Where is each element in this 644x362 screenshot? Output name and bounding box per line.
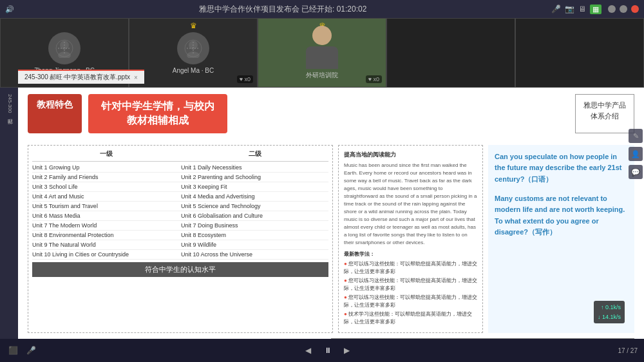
slide-header: 教程特色 针对中学生学情，与校内 教材相辅相成 雅思中学产品体系介绍	[18, 88, 644, 140]
top-bar-right: 🎤 📷 🖥 ▦	[551, 5, 639, 14]
meeting-title: 雅思中学合作伙伴项目发布会 已经开始: 01:20:02	[199, 4, 367, 15]
table-row: Unit 6 Mass Media Unit 6 Globalisation a…	[32, 211, 328, 221]
stop-icon[interactable]: ⬛	[6, 344, 19, 357]
table-row: Unit 10 Living in Cities or Countryside …	[32, 250, 328, 260]
minimize-button[interactable]	[608, 5, 616, 13]
table-section: 一级 二级 Unit 1 Growing Up Unit 1 Daily Nec…	[28, 145, 333, 334]
participant-3: ♛ 外研培训院 ♥ x0	[258, 18, 386, 88]
participant-3-name: 外研培训院	[306, 71, 338, 80]
taskbar-right: 17 / 27	[618, 347, 638, 354]
network-indicator: ↑ 0.1k/s ↓ 14.1k/s	[594, 301, 625, 323]
question-1: Can you speculate on how people in the f…	[495, 151, 628, 186]
table-row: Unit 1 Growing Up Unit 1 Daily Necessiti…	[32, 163, 328, 173]
camera-icon[interactable]: 📷	[565, 5, 574, 14]
file-tab[interactable]: 245-300 郝旺·中学英语教育改革.pptx ×	[18, 70, 144, 84]
top-bar-center: 雅思中学合作伙伴项目发布会 已经开始: 01:20:02	[199, 4, 367, 15]
bullets-heading: 最新教学法：	[344, 251, 477, 258]
chat-icon[interactable]: 💬	[629, 165, 643, 179]
grid-icon[interactable]: ▦	[590, 5, 601, 14]
table-row: Unit 4 Art and Music Unit 4 Media and Ad…	[32, 192, 328, 202]
file-tab-name: 245-300 郝旺·中学英语教育改革.pptx	[24, 73, 130, 82]
slide-tag: 教程特色	[28, 94, 82, 133]
taskbar: ⬛ 🎤 ◀ ⏸ ▶ 17 / 27	[0, 339, 644, 362]
table-row: Unit 9 The Natural World Unit 9 Wildlife	[32, 240, 328, 250]
play-pause-button[interactable]: ⏸	[321, 344, 334, 357]
table-divider	[32, 161, 328, 162]
bullet-4: ●技术学习这些技能：可以帮助您提高英语能力，增进交际，让生活更丰富多彩	[344, 310, 477, 326]
slide-container: 教程特色 针对中学生学情，与校内 教材相辅相成 雅思中学产品体系介绍 一级 二级…	[18, 88, 644, 339]
table-row: Unit 2 Family and Friends Unit 2 Parenti…	[32, 173, 328, 182]
text-heading: 提高当地的阅读能力	[344, 151, 477, 160]
sidebar-right: ✎ 👤 💬	[629, 129, 643, 179]
right-section: 提高当地的阅读能力 Music has been around since th…	[338, 145, 634, 334]
participant-3-badge: ♥ x0	[366, 75, 382, 83]
slide-subtitle-line2: 教材相辅相成	[101, 113, 214, 128]
col2-header: 二级	[181, 149, 328, 158]
edit-icon[interactable]: ✎	[629, 129, 643, 143]
question-2: Many customs are not relevant to modern …	[495, 193, 628, 238]
participant-empty-2	[515, 18, 644, 88]
table-footer: 符合中学生的认知水平	[32, 262, 328, 277]
table-row: Unit 7 The Modern World Unit 7 Doing Bus…	[32, 221, 328, 231]
download-speed: ↓ 14.1k/s	[598, 312, 621, 321]
screen-share-icon[interactable]: 🖥	[578, 5, 586, 14]
slide-body: 一级 二级 Unit 1 Growing Up Unit 1 Daily Nec…	[18, 140, 644, 339]
person-icon[interactable]: 👤	[629, 147, 643, 161]
top-bar-left: 🔊	[5, 5, 14, 14]
corner-box-text: 雅思中学产品体系介绍	[583, 100, 626, 121]
avatar-2	[177, 32, 209, 64]
table-row: Unit 5 Tourism and Travel Unit 5 Science…	[32, 202, 328, 211]
table-row: Unit 8 Environmental Protection Unit 8 E…	[32, 231, 328, 240]
sidebar-left: 245-300 郝旺	[0, 88, 18, 339]
page-counter: 17 / 27	[618, 347, 638, 354]
sidebar-label: 245-300 郝旺	[5, 91, 14, 117]
mic-icon[interactable]: 🎤	[551, 5, 561, 14]
participant-2: ♛ Angel Ma · BC ♥ x0	[129, 18, 258, 88]
col1-header: 一级	[32, 149, 180, 158]
participant-empty-1	[386, 18, 515, 88]
bullet-2: ●您可以练习这些技能：可以帮助您提高英语能力，增进交际，让生活更丰富多彩	[344, 277, 477, 292]
text-paragraph: Music has been around since the first ma…	[344, 162, 477, 247]
mic-off-icon[interactable]: 🎤	[24, 344, 37, 357]
upload-speed: ↑ 0.1k/s	[598, 303, 621, 312]
taskbar-center: ◀ ⏸ ▶	[302, 344, 354, 357]
slide-corner-box: 雅思中学产品体系介绍	[575, 94, 634, 133]
taskbar-left: ⬛ 🎤	[6, 344, 37, 357]
crown-icon-2: ♛	[190, 21, 197, 30]
avatar-1	[48, 32, 80, 64]
file-tab-close[interactable]: ×	[134, 74, 138, 81]
slide-subtitle-line1: 针对中学生学情，与校内	[101, 99, 214, 113]
mic-status-icon: 🔊	[5, 5, 14, 13]
table-header: 一级 二级	[32, 149, 328, 158]
slide-subtitle: 针对中学生学情，与校内 教材相辅相成	[88, 94, 227, 133]
text-content: 提高当地的阅读能力 Music has been around since th…	[338, 145, 483, 334]
bullet-1: ●您可以练习这些技能：可以帮助您提高英语能力，增进交际，让生活更丰富多彩	[344, 260, 477, 276]
next-slide-button[interactable]: ▶	[341, 344, 354, 357]
prev-slide-button[interactable]: ◀	[302, 344, 315, 357]
table-row: Unit 3 School Life Unit 3 Keeping Fit	[32, 182, 328, 192]
maximize-button[interactable]	[620, 5, 627, 13]
close-button[interactable]	[631, 5, 639, 13]
participant-2-name: Angel Ma · BC	[173, 67, 214, 74]
participant-2-badge: ♥ x0	[237, 75, 253, 83]
bullet-3: ●您可以练习这些技能：可以帮助您提高英语能力，增进交际，让生活更丰富多彩	[344, 294, 477, 309]
top-bar: 🔊 雅思中学合作伙伴项目发布会 已经开始: 01:20:02 🎤 📷 🖥 ▦	[0, 0, 644, 18]
